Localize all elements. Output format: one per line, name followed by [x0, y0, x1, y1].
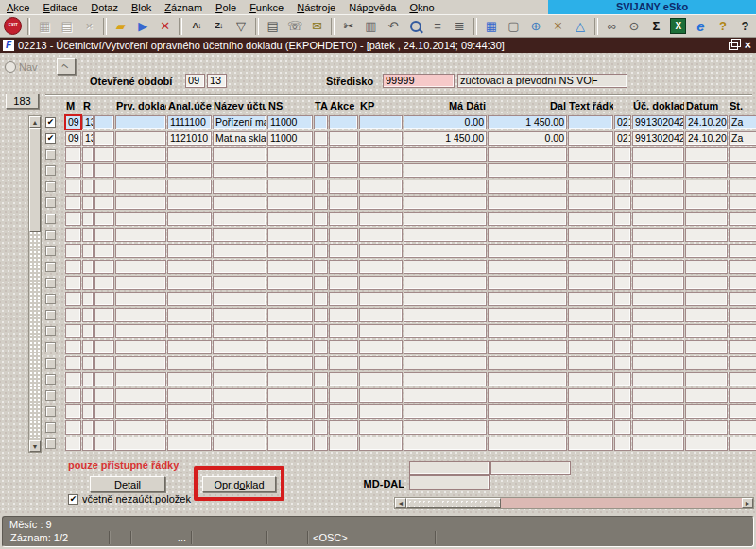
cell-text[interactable] — [568, 404, 613, 419]
cell-nazev[interactable] — [213, 292, 266, 306]
cell-md[interactable] — [404, 324, 487, 338]
cell-uc[interactable] — [632, 388, 684, 403]
cell-nazev[interactable]: Mat.na sklad — [213, 131, 266, 146]
cell-kp[interactable] — [359, 131, 403, 146]
cell-datum[interactable] — [685, 324, 728, 338]
cell-ns[interactable] — [267, 163, 313, 178]
cell-kp[interactable] — [359, 163, 403, 178]
cell-md[interactable] — [404, 147, 487, 162]
cell-prv[interactable] — [115, 356, 166, 370]
cell-uc[interactable] — [632, 437, 684, 451]
cell-nazev[interactable] — [213, 196, 266, 210]
cell-kp[interactable] — [359, 115, 403, 129]
cell-akce[interactable] — [329, 131, 358, 146]
calendar-icon[interactable]: ▦ — [481, 17, 502, 36]
cell-kp[interactable] — [359, 180, 403, 194]
cell-ta[interactable] — [314, 131, 328, 146]
cell-akce[interactable] — [329, 324, 358, 338]
cell-ns[interactable] — [267, 308, 313, 322]
cell-c2[interactable] — [614, 404, 631, 419]
sort-ascending-icon[interactable]: A↓ — [186, 17, 207, 36]
cell-text[interactable] — [568, 180, 613, 194]
cell-text[interactable] — [568, 228, 613, 242]
cell-uc[interactable] — [632, 292, 684, 306]
prism-icon[interactable]: △ — [570, 17, 591, 36]
cell-m[interactable] — [65, 276, 81, 290]
row-checkbox[interactable] — [45, 374, 56, 385]
cell-dal[interactable] — [488, 196, 567, 210]
cell-md[interactable] — [404, 420, 487, 435]
scroll-up-icon[interactable]: ▲ — [29, 116, 41, 128]
cell-uc[interactable] — [632, 356, 684, 370]
cell-st[interactable] — [729, 180, 756, 194]
close-window-icon[interactable]: × — [744, 41, 751, 50]
cell-nazev[interactable] — [213, 420, 266, 435]
cell-text[interactable] — [568, 115, 613, 129]
cell-r[interactable] — [82, 388, 94, 403]
cell-akce[interactable] — [329, 340, 358, 354]
cell-dal[interactable] — [488, 420, 567, 435]
records-scrollbar[interactable]: ▲ ▼ — [28, 115, 42, 453]
help-icon[interactable]: ? — [735, 17, 756, 36]
menu-funkce[interactable]: Funkce — [243, 1, 290, 14]
cell-prv[interactable] — [115, 372, 166, 386]
cell-nazev[interactable] — [213, 228, 266, 242]
cell-akce[interactable] — [329, 196, 358, 210]
cell-prv[interactable] — [115, 147, 166, 162]
cell-anal[interactable] — [167, 260, 212, 274]
cell-st[interactable] — [729, 163, 756, 178]
row-checkbox[interactable] — [45, 214, 56, 224]
cell-ns[interactable] — [267, 292, 313, 306]
cell-datum[interactable] — [685, 163, 728, 178]
scrollbar-thumb[interactable] — [29, 128, 41, 232]
cell-m[interactable] — [65, 372, 81, 386]
cell-prv[interactable] — [115, 196, 166, 210]
row-checkbox[interactable] — [45, 422, 56, 433]
cell-nazev[interactable] — [213, 388, 266, 403]
cell-r[interactable] — [82, 372, 94, 386]
cell-datum[interactable] — [685, 372, 728, 386]
cell-ta[interactable] — [314, 404, 328, 419]
cell-anal[interactable] — [167, 372, 212, 386]
cell-text[interactable] — [568, 292, 613, 306]
cell-md[interactable] — [404, 308, 487, 322]
cell-anal[interactable] — [167, 147, 212, 162]
cell-r[interactable] — [82, 340, 94, 354]
cell-datum[interactable] — [685, 180, 728, 194]
cell-uc[interactable] — [632, 163, 684, 178]
cell-nazev[interactable] — [213, 340, 266, 354]
document-icon[interactable]: ▢ — [504, 17, 524, 36]
cell-akce[interactable] — [329, 276, 358, 290]
cell-kp[interactable] — [359, 228, 403, 242]
cell-text[interactable] — [568, 131, 613, 146]
restore-window-icon[interactable] — [729, 42, 738, 50]
cell-c2[interactable] — [614, 260, 631, 274]
cell-anal[interactable] — [167, 340, 212, 354]
cell-ns[interactable] — [267, 147, 313, 162]
cell-uc[interactable] — [632, 228, 684, 242]
cell-ta[interactable] — [314, 324, 328, 338]
cell-m[interactable] — [65, 340, 81, 354]
cell-text[interactable] — [568, 420, 613, 435]
row-checkbox[interactable] — [45, 197, 56, 208]
cell-c1[interactable] — [94, 244, 114, 258]
cell-m[interactable] — [65, 196, 81, 210]
cell-st[interactable] — [729, 437, 756, 451]
cell-c1[interactable] — [94, 131, 114, 146]
cell-kp[interactable] — [359, 244, 403, 258]
cell-uc[interactable]: 9913020422 — [632, 115, 684, 129]
cell-dal[interactable] — [488, 324, 567, 338]
cell-st[interactable] — [729, 196, 756, 210]
cell-dal[interactable] — [488, 163, 567, 178]
cell-ns[interactable] — [267, 340, 313, 354]
row-checkbox[interactable] — [45, 230, 56, 240]
cell-prv[interactable] — [115, 420, 166, 435]
row-checkbox[interactable] — [45, 342, 56, 352]
excel-icon[interactable]: X — [668, 17, 689, 36]
cell-kp[interactable] — [359, 420, 403, 435]
cell-c2[interactable] — [614, 388, 631, 403]
cell-md[interactable] — [404, 212, 487, 226]
cell-ta[interactable] — [314, 196, 328, 210]
cell-c1[interactable] — [94, 163, 114, 178]
cell-datum[interactable] — [685, 308, 728, 322]
